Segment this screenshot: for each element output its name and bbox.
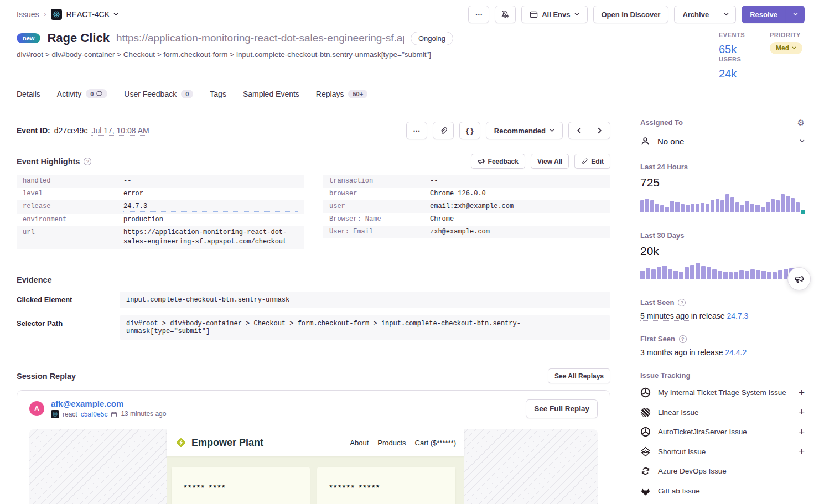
tracker-link[interactable]: GitLab Issue bbox=[658, 487, 700, 495]
priority-label: PRIORITY bbox=[770, 32, 802, 38]
chart-bar bbox=[685, 267, 689, 279]
help-icon[interactable]: ? bbox=[678, 299, 686, 306]
chart-bar bbox=[712, 269, 717, 279]
evidence-value: input.complete-checkout-btn.sentry-unmas… bbox=[120, 292, 610, 308]
last-seen-label: Last Seen bbox=[640, 298, 674, 306]
tab[interactable]: Sampled Events bbox=[243, 89, 299, 106]
tab-label: User Feedback bbox=[124, 90, 177, 98]
archive-dropdown-button[interactable] bbox=[717, 6, 736, 23]
environment-selector[interactable]: All Envs bbox=[521, 6, 587, 23]
chart-bar bbox=[650, 200, 654, 212]
replay-page: Empower Plant AboutProductsCart ($******… bbox=[167, 429, 464, 504]
tab[interactable]: Replays 50+ bbox=[316, 89, 367, 106]
see-all-replays-button[interactable]: See All Replays bbox=[548, 368, 610, 383]
chart-bar bbox=[745, 201, 749, 212]
empower-plant-logo-icon bbox=[175, 437, 187, 449]
last-30-days-chart[interactable] bbox=[640, 263, 805, 279]
replay-id-link[interactable]: c5af0e5c bbox=[81, 411, 108, 418]
replay-platform: react bbox=[63, 411, 77, 418]
first-seen-release-link[interactable]: 24.4.2 bbox=[725, 348, 747, 357]
chevron-down-icon bbox=[113, 13, 118, 16]
add-tracker-button[interactable]: + bbox=[799, 387, 805, 399]
chart-bar bbox=[673, 271, 678, 280]
open-in-discover-button[interactable]: Open in Discover bbox=[593, 6, 669, 23]
tab[interactable]: Details bbox=[17, 89, 40, 106]
chart-bar bbox=[750, 269, 755, 279]
next-event-button[interactable] bbox=[589, 122, 610, 139]
event-json-button[interactable]: { } bbox=[459, 122, 480, 139]
chart-bar bbox=[761, 207, 765, 212]
stat-value[interactable]: 65k bbox=[719, 43, 748, 56]
chart-bar bbox=[690, 265, 694, 279]
help-icon[interactable]: ? bbox=[84, 158, 91, 165]
replay-viewport[interactable]: Empower Plant AboutProductsCart ($******… bbox=[29, 429, 598, 504]
event-timestamp: Jul 17, 10:08 AM bbox=[91, 126, 149, 136]
highlight-value: error bbox=[123, 189, 298, 199]
help-icon[interactable]: ? bbox=[679, 335, 687, 343]
tracker-link[interactable]: My Internal Ticket Triage System Issue bbox=[658, 388, 786, 397]
mute-button[interactable] bbox=[495, 6, 516, 23]
tab[interactable]: Tags bbox=[210, 89, 226, 106]
tab[interactable]: Activity 0 bbox=[57, 89, 107, 106]
stat-value[interactable]: 24k bbox=[719, 67, 748, 80]
tab-label: Sampled Events bbox=[243, 90, 299, 98]
issue-tracking-list: My Internal Ticket Triage System Issue +… bbox=[640, 383, 805, 504]
event-sort-dropdown[interactable]: Recommended bbox=[486, 122, 563, 139]
priority-dropdown[interactable]: Med bbox=[770, 42, 802, 54]
gear-icon[interactable]: ⚙ bbox=[797, 118, 805, 127]
last-24-hours-chart[interactable] bbox=[640, 194, 805, 212]
chart-bar bbox=[711, 200, 714, 212]
issue-stats: EVENTS 65k USERS 24k PRIORITY Med bbox=[719, 31, 802, 80]
archive-button[interactable]: Archive bbox=[674, 6, 717, 23]
assignee-value: No one bbox=[657, 137, 684, 146]
previous-event-button[interactable] bbox=[568, 122, 589, 139]
resolve-dropdown-button[interactable] bbox=[786, 6, 805, 23]
chart-bar bbox=[701, 266, 706, 279]
chart-bar bbox=[675, 202, 679, 212]
chart-bar bbox=[660, 205, 664, 212]
chart-bar bbox=[645, 199, 649, 212]
chevron-down-icon bbox=[793, 13, 798, 16]
add-tracker-button[interactable]: + bbox=[799, 406, 805, 418]
see-full-replay-button[interactable]: See Full Replay bbox=[526, 399, 598, 418]
tab-label: Details bbox=[17, 90, 40, 98]
first-seen-line: 3 months ago in release 24.4.2 bbox=[640, 348, 805, 357]
add-tracker-button[interactable]: + bbox=[799, 445, 805, 458]
replay-nav-item: Cart ($******) bbox=[415, 439, 456, 447]
replay-user-link[interactable]: afk@example.com bbox=[51, 399, 166, 408]
project-switcher[interactable]: REACT-4CK bbox=[51, 9, 118, 20]
chart-bar bbox=[662, 266, 667, 279]
replay-nav-item: Products bbox=[377, 439, 406, 447]
feedback-button[interactable]: Feedback bbox=[471, 154, 525, 169]
tracker-link[interactable]: Linear Issue bbox=[658, 408, 699, 417]
highlights-table-left: handled -- level error release 24.7.3 en… bbox=[17, 175, 304, 249]
tracker-link[interactable]: Azure DevOps Issue bbox=[658, 467, 727, 475]
breadcrumb-issues[interactable]: Issues bbox=[17, 10, 39, 19]
assignee-dropdown[interactable]: No one bbox=[640, 136, 805, 146]
tracker-link[interactable]: Shortcut Issue bbox=[658, 448, 706, 456]
edit-label: Edit bbox=[591, 158, 604, 165]
tab-label: Tags bbox=[210, 90, 226, 98]
substatus-badge: Ongoing bbox=[411, 32, 453, 45]
edit-button[interactable]: Edit bbox=[574, 154, 610, 169]
tab[interactable]: User Feedback 0 bbox=[124, 89, 193, 106]
chart-bar bbox=[796, 202, 800, 212]
add-tracker-button[interactable]: + bbox=[799, 426, 805, 438]
last-24-hours-label: Last 24 Hours bbox=[640, 163, 805, 171]
more-options-button[interactable]: ⋯ bbox=[468, 6, 489, 23]
view-all-button[interactable]: View All bbox=[531, 154, 569, 169]
event-more-button[interactable]: ⋯ bbox=[406, 122, 427, 139]
resolve-button[interactable]: Resolve bbox=[742, 6, 786, 23]
chart-bar bbox=[740, 205, 744, 212]
chart-bar bbox=[750, 204, 754, 213]
last-seen-release-link[interactable]: 24.7.3 bbox=[727, 311, 748, 320]
floating-feedback-button[interactable] bbox=[787, 267, 811, 290]
chat-bubble-icon bbox=[96, 90, 103, 97]
tracker-link[interactable]: AutoTicketJiraServer Issue bbox=[658, 428, 747, 436]
highlight-row: url https://application-monitoring-react… bbox=[17, 226, 304, 249]
replay-products: ***** **** *** **** **** *** ******* Add… bbox=[167, 456, 464, 504]
tracker-icon bbox=[640, 407, 651, 418]
highlight-key: environment bbox=[23, 215, 123, 225]
evidence-key: Selector Path bbox=[17, 315, 120, 328]
event-link-button[interactable] bbox=[433, 122, 454, 139]
